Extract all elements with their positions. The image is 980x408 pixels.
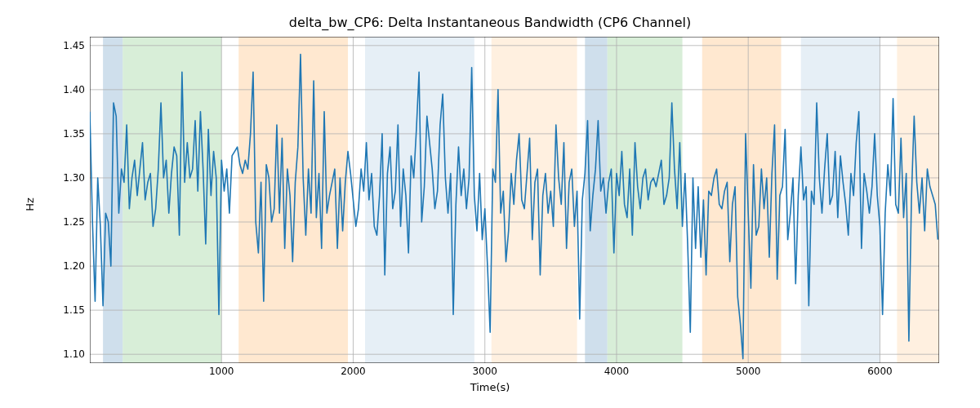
- background-band: [702, 37, 782, 363]
- y-tick-label: 1.15: [57, 304, 85, 316]
- y-tick-label: 1.35: [57, 128, 85, 140]
- y-tick-label: 1.45: [57, 40, 85, 51]
- y-tick-label: 1.20: [57, 260, 85, 272]
- y-tick-label: 1.10: [57, 348, 85, 360]
- y-tick-label: 1.30: [57, 172, 85, 184]
- chart-title: delta_bw_CP6: Delta Instantaneous Bandwi…: [0, 15, 980, 30]
- x-tick-label: 4000: [604, 366, 630, 377]
- x-tick-label: 2000: [341, 366, 366, 377]
- y-tick-label: 1.25: [57, 216, 85, 228]
- x-tick-label: 5000: [736, 366, 761, 377]
- y-tick-label: 1.40: [57, 84, 85, 95]
- x-tick-label: 3000: [472, 366, 497, 377]
- x-tick-label: 1000: [209, 366, 234, 377]
- background-band: [608, 37, 683, 363]
- chart-axes: [90, 37, 939, 363]
- x-axis-label: Time(s): [0, 381, 980, 393]
- y-axis-label: Hz: [23, 0, 36, 408]
- background-band: [585, 37, 607, 363]
- figure: delta_bw_CP6: Delta Instantaneous Bandwi…: [0, 0, 980, 408]
- x-tick-label: 6000: [867, 366, 893, 377]
